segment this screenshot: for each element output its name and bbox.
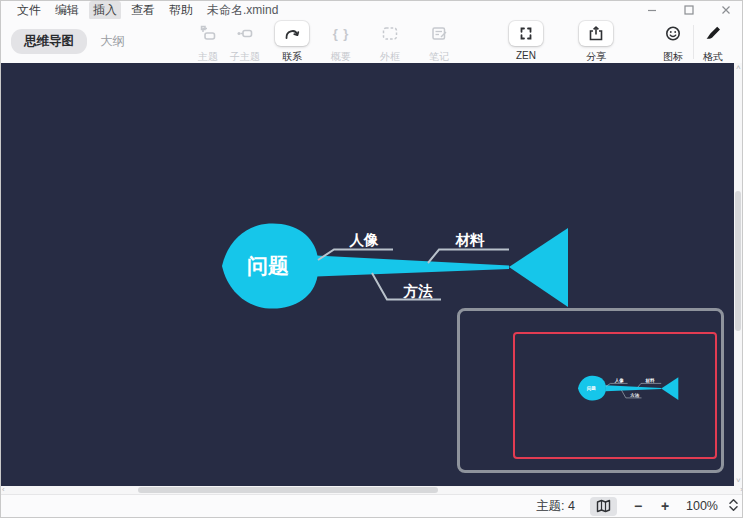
minimap-panel[interactable]: 问题 人像 材料 方法 — [457, 308, 724, 473]
marker-smiley-icon — [664, 25, 682, 42]
tool-boundary[interactable]: 外框 — [366, 21, 414, 64]
note-icon — [430, 25, 448, 42]
tool-summary[interactable]: { } 概要 — [317, 21, 365, 64]
minimap-toggle-button[interactable] — [590, 497, 617, 516]
tool-relationship[interactable]: 联系 — [268, 21, 316, 64]
map-icon — [596, 499, 611, 513]
branch-label-top-left[interactable]: 人像 — [349, 232, 380, 248]
tool-share[interactable]: 分享 — [572, 21, 620, 64]
root-topic-label[interactable]: 问题 — [247, 254, 289, 277]
updown-chevron-icon — [728, 498, 739, 512]
boundary-icon — [381, 25, 399, 42]
status-bar: 主题: 4 − + 100% — [1, 494, 743, 517]
zen-icon — [517, 25, 535, 42]
scroll-up-icon[interactable]: ˄ — [736, 64, 741, 72]
mindmap-canvas[interactable]: 问题 人像 材料 方法 问题 人像 材料 方法 — [1, 63, 736, 486]
minimize-button[interactable] — [633, 1, 670, 19]
relationship-icon — [283, 25, 301, 42]
branch-label-bottom[interactable]: 方法 — [403, 283, 434, 299]
branch-label-top-right[interactable]: 材料 — [455, 232, 486, 248]
document-filename: 未命名.xmind — [207, 2, 278, 19]
tool-format[interactable]: 格式 — [689, 21, 737, 64]
close-button[interactable] — [707, 1, 743, 19]
topic-icon — [199, 25, 217, 42]
minimap-fishbone: 问题 人像 材料 方法 — [460, 311, 721, 470]
menu-item-view[interactable]: 查看 — [127, 1, 159, 20]
topic-count: 主题: 4 — [536, 498, 575, 515]
maximize-icon — [684, 5, 694, 15]
summary-icon: { } — [333, 26, 350, 41]
toolbar: 思维导图 大纲 主题 子主题 — [1, 19, 743, 63]
vertical-scrollbar[interactable]: ˄ ˅ — [734, 63, 742, 486]
tool-note[interactable]: 笔记 — [415, 21, 463, 64]
share-icon — [587, 25, 605, 42]
tool-zen[interactable]: ZEN — [502, 21, 550, 61]
minimize-icon — [647, 5, 657, 15]
zoom-select-button[interactable] — [728, 498, 739, 515]
window-controls — [633, 1, 743, 19]
view-switcher: 思维导图 大纲 — [11, 29, 138, 54]
menu-item-insert[interactable]: 插入 — [89, 1, 121, 20]
menu-item-help[interactable]: 帮助 — [165, 1, 197, 20]
zoom-out-button[interactable]: − — [632, 498, 644, 514]
menu-item-edit[interactable]: 编辑 — [51, 1, 83, 20]
close-icon — [721, 5, 731, 15]
tool-subtopic[interactable]: 子主题 — [221, 21, 269, 64]
scroll-down-icon[interactable]: ˅ — [736, 477, 741, 485]
zoom-in-button[interactable]: + — [659, 498, 671, 514]
format-brush-icon — [704, 25, 722, 42]
horizontal-scrollbar-thumb[interactable] — [138, 487, 438, 493]
maximize-button[interactable] — [670, 1, 707, 19]
subtopic-icon — [236, 25, 254, 42]
vertical-scrollbar-thumb[interactable] — [735, 191, 741, 331]
minimap-branch-top-left: 人像 — [614, 378, 625, 383]
horizontal-scrollbar[interactable]: ‹ › — [1, 486, 743, 494]
minimap-root-label: 问题 — [587, 385, 597, 392]
menu-item-file[interactable]: 文件 — [13, 1, 45, 20]
app-window: 文件 编辑 插入 查看 帮助 未命名.xmind 思维导图 大纲 — [0, 0, 743, 518]
minimap-branch-bottom: 方法 — [629, 393, 640, 398]
scroll-left-icon[interactable]: ‹ — [2, 486, 5, 494]
tab-mindmap[interactable]: 思维导图 — [11, 29, 87, 54]
tab-outline[interactable]: 大纲 — [87, 29, 138, 54]
menu-bar: 文件 编辑 插入 查看 帮助 未命名.xmind — [1, 1, 743, 19]
zoom-level: 100% — [686, 499, 718, 513]
